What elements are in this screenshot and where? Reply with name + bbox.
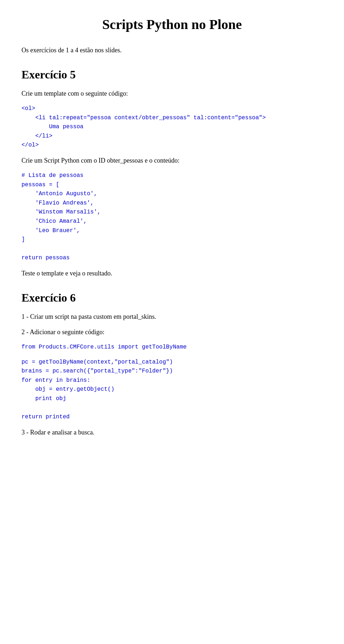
code-line: for entry in brains: [22,377,90,384]
code-line: 'Leo Brauer', [22,227,80,234]
code-line: obj = entry.getObject() [22,386,114,393]
code-line: </li> [22,133,52,139]
exercicio6-step3: 3 - Rodar e analisar a busca. [22,428,322,437]
code-line: 'Winstom Marsalis', [22,209,101,215]
intro-section: Os exercícios de 1 a 4 estão nos slides. [22,45,322,55]
main-code: pc = getToolByName(context,"portal_catal… [22,358,322,422]
code-line: # Lista de pessoas [22,172,83,179]
code-line: 'Antonio Augusto', [22,191,97,197]
exercicio5-desc2: Crie um Script Python com o ID obter_pes… [22,156,322,165]
code-line: return printed [22,414,70,420]
exercicio5-desc1: Crie um template com o seguinte código: [22,89,322,98]
import-code: from Products.CMFCore.utils import getTo… [22,343,322,352]
code-line: pessoas = [ [22,182,59,188]
code-line: brains = pc.search({"portal_type":"Folde… [22,368,173,374]
page-title: Scripts Python no Plone [22,14,322,35]
code-line: from Products.CMFCore.utils import getTo… [22,344,187,350]
code-line: pc = getToolByName(context,"portal_catal… [22,359,173,365]
code-line: 'Chico Amaral', [22,218,87,225]
code-line: ] [22,236,25,243]
code-line: <li tal:repeat="pessoa context/obter_pes… [22,115,266,121]
code-line: <ol> [22,105,35,112]
code-line: Uma pessoa [22,124,83,130]
code-line: 'Flavio Andreas', [22,200,94,206]
exercicio6-section: Exercício 6 1 - Criar um script na pasta… [22,289,322,437]
exercicio6-step1: 1 - Criar um script na pasta custom em p… [22,312,322,322]
intro-text: Os exercícios de 1 a 4 estão nos slides. [22,45,322,55]
exercicio5-desc3: Teste o template e veja o resultado. [22,269,322,278]
exercicio6-step2: 2 - Adicionar o seguinte código: [22,327,322,337]
code-line: </ol> [22,142,39,148]
script-code: # Lista de pessoas pessoas = [ 'Antonio … [22,171,322,263]
code-line: return pessoas [22,255,70,261]
exercicio5-section: Exercício 5 Crie um template com o segui… [22,66,322,278]
exercicio5-heading: Exercício 5 [22,66,322,83]
code-line: print obj [22,395,66,402]
template-code: <ol> <li tal:repeat="pessoa context/obte… [22,104,322,150]
exercicio6-heading: Exercício 6 [22,289,322,306]
